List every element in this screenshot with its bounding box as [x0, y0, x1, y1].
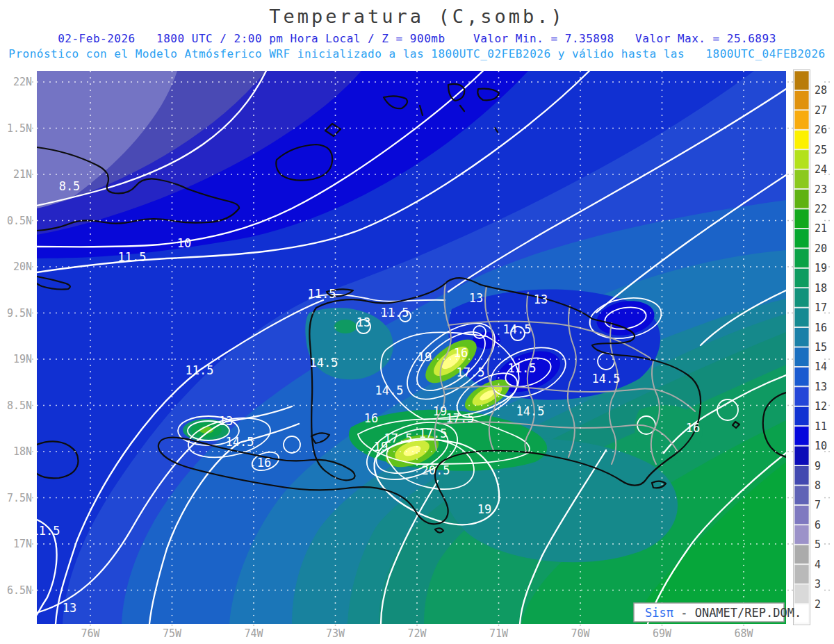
colorbar-label: 23 [815, 183, 827, 196]
y-tick-label: 7.5N [7, 492, 32, 504]
longitude-axis-labels: 76W75W74W73W72W71W70W69W68W [81, 627, 753, 640]
nw-haiti-warm-spot [334, 320, 357, 333]
y-tick-label: 1.5N [7, 122, 32, 135]
colorbar-label: 4 [815, 559, 821, 571]
colorbar-label: 5 [815, 538, 821, 551]
contour-label: 14.5 [592, 372, 621, 386]
contour-label: 13 [534, 292, 548, 306]
colorbar-cell [794, 486, 809, 504]
contour-label: 13 [469, 291, 483, 305]
y-tick-label: 8.5N [7, 399, 32, 412]
colorbar-cell [794, 367, 809, 386]
contour-label: 17.5 [457, 365, 485, 379]
colorbar-label: 28 [815, 84, 827, 97]
x-tick-label: 70W [571, 627, 590, 640]
colorbar-label: 12 [815, 400, 827, 413]
colorbar-cell [794, 209, 809, 228]
colorbar-cell [794, 545, 809, 563]
contour-label: 14.5 [226, 435, 254, 449]
contour-label: 17.5 [384, 431, 413, 445]
colorbar-cell [794, 229, 809, 247]
contour-label: 13 [357, 315, 370, 329]
colorbar-label: 13 [815, 381, 827, 393]
colorbar-label: 11 [815, 420, 827, 433]
colorbar-cell [794, 584, 809, 603]
x-tick-label: 76W [81, 627, 100, 640]
colorbar-cell [794, 268, 809, 287]
colorbar-label: 6 [815, 519, 821, 531]
x-tick-label: 69W [653, 627, 672, 640]
colorbar-cell [794, 406, 809, 425]
colorbar-cell [794, 249, 809, 267]
colorbar-label: 2 [815, 598, 821, 611]
y-tick-label: 22N [13, 76, 32, 88]
contour-label: 14.5 [516, 404, 545, 418]
contour-label: 14.5 [375, 383, 404, 397]
colorbar-label: 15 [815, 341, 827, 354]
colorbar-cell [794, 347, 809, 366]
attribution-text: Sisπ - ONAMET/REP.DOM. [645, 606, 801, 620]
colorbar-cell [794, 170, 809, 188]
colorbar-label: 18 [815, 282, 827, 295]
temperature-fill-field [37, 71, 786, 624]
contour-label: 14.5 [310, 356, 338, 370]
contour-label: 16 [454, 346, 468, 360]
contour-label: 17.5 [446, 411, 475, 425]
contour-label: 11.5 [186, 363, 214, 377]
contour-label: 11.5 [308, 287, 336, 301]
colorbar-cell [794, 150, 809, 169]
y-tick-label: 6.5N [7, 584, 32, 597]
map-canvas: 8.51011.511.511.5131314.51611.511.513131… [0, 0, 834, 644]
colorbar-cell [794, 427, 809, 445]
contour-label: 19 [374, 440, 388, 454]
colorbar-label: 17 [815, 302, 827, 314]
colorbar-cell [794, 565, 809, 584]
colorbar-label: 16 [815, 322, 827, 334]
colorbar-cell [794, 110, 809, 129]
contour-label: 11.5 [508, 361, 537, 375]
y-tick-label: 17N [13, 538, 32, 550]
x-tick-label: 74W [244, 627, 263, 640]
colorbar-cell [794, 190, 809, 208]
contour-label: 8.5 [59, 179, 81, 193]
colorbar-cell [794, 71, 809, 90]
colorbar-cell [794, 446, 809, 465]
colorbar-cell [794, 308, 809, 327]
colorbar-cell [794, 505, 809, 524]
colorbar-label: 20 [815, 242, 827, 255]
weather-map-page: Temperatura (C,somb.) 02-Feb-2026 1800 U… [0, 0, 834, 644]
latitude-axis-labels: 22N1.5N21N0.5N20N9.5N19N8.5N18N7.5N17N6.… [7, 76, 32, 597]
x-tick-label: 72W [407, 627, 427, 640]
colorbar-label: 22 [815, 203, 827, 215]
contour-label: 20.5 [422, 463, 450, 477]
sispi-logo: Sisπ [645, 606, 673, 620]
contour-label: 13 [219, 414, 233, 428]
colorbar-cell [794, 130, 809, 149]
contour-label: 17.5 [419, 427, 448, 440]
colorbar-label: 3 [815, 578, 821, 591]
colorbar-cell [794, 466, 809, 485]
contour-label: 11.5 [381, 306, 409, 320]
y-tick-label: 21N [13, 168, 32, 181]
colorbar-label: 9 [815, 460, 821, 472]
colorbar-cell [794, 328, 809, 347]
contour-label: 13 [63, 601, 76, 615]
colorbar-label: 7 [815, 499, 821, 511]
colorbar-label: 26 [815, 124, 827, 136]
contour-label: 19 [418, 350, 432, 364]
colorbar-cell [794, 90, 809, 109]
contour-label: 11.5 [32, 524, 60, 538]
y-tick-label: 9.5N [7, 307, 32, 320]
colorbar-cell [794, 525, 809, 544]
colorbar-cell [794, 387, 809, 406]
y-tick-label: 18N [13, 445, 32, 458]
contour-label: 16 [257, 456, 271, 470]
colorbar-label: 8 [815, 479, 821, 492]
x-tick-label: 68W [734, 627, 753, 640]
contour-label: 14.5 [503, 322, 532, 336]
contour-label: 16 [364, 411, 378, 425]
contour-label: 19 [433, 404, 447, 418]
colorbar-label: 14 [815, 361, 827, 373]
contour-label: 11.5 [118, 250, 147, 264]
contour-label: 16 [686, 421, 700, 435]
